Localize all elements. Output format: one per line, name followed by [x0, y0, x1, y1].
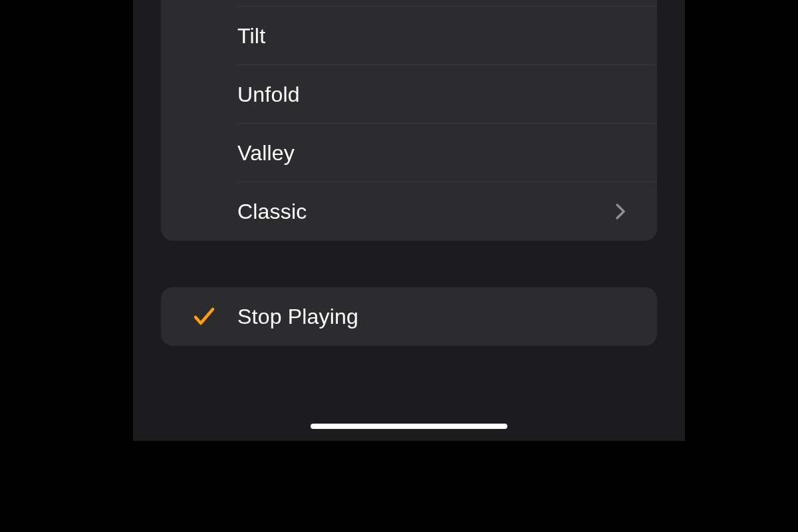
sound-option-label: Valley	[237, 141, 295, 166]
sound-option-label: Tilt	[237, 24, 265, 49]
sound-option-classic[interactable]: Classic	[161, 182, 657, 241]
stop-playing-label: Stop Playing	[237, 305, 358, 329]
home-indicator[interactable]	[311, 424, 507, 429]
sound-option-label: Unfold	[237, 82, 300, 107]
stop-playing-option[interactable]: Stop Playing	[161, 287, 657, 346]
sound-option-label: Classic	[237, 200, 307, 224]
sound-option-tilt[interactable]: Tilt	[161, 7, 657, 65]
checkmark-icon	[193, 305, 215, 328]
chevron-right-icon	[616, 203, 625, 219]
sound-options-group: Tilt Unfold Valley Classic	[161, 0, 657, 241]
sound-option-unfold[interactable]: Unfold	[161, 65, 657, 124]
stop-playing-group: Stop Playing	[161, 287, 657, 346]
list-item-partial	[161, 0, 657, 7]
sound-option-valley[interactable]: Valley	[161, 124, 657, 182]
settings-screen: Tilt Unfold Valley Classic	[133, 0, 685, 441]
